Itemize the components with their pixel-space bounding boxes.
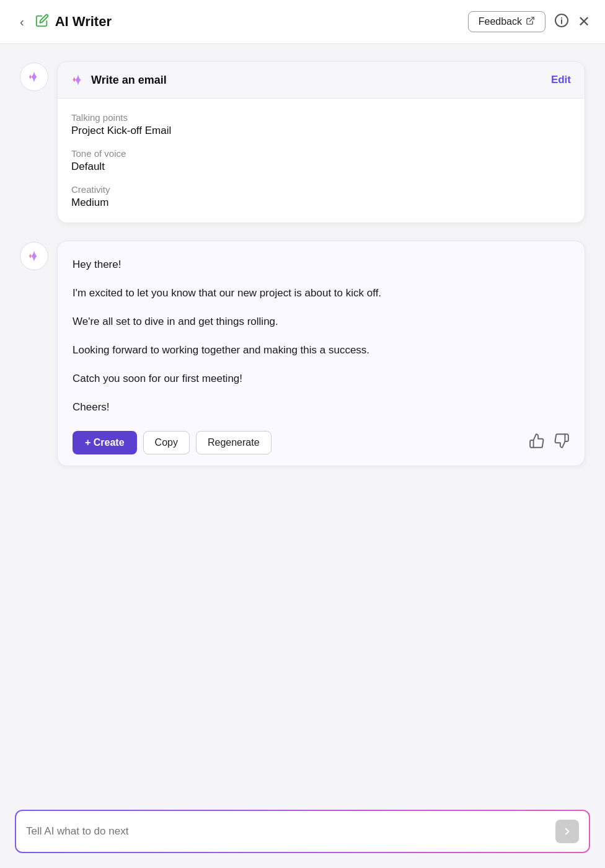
external-link-icon xyxy=(526,16,535,27)
input-area xyxy=(0,800,605,868)
header: ‹ AI Writer Feedback xyxy=(0,0,605,44)
response-actions-right xyxy=(529,433,570,453)
summary-card-body: Talking points Project Kick-off Email To… xyxy=(58,99,585,223)
summary-card-header: Write an email Edit xyxy=(58,62,585,99)
sparkle-avatar-icon xyxy=(27,69,42,84)
feedback-button[interactable]: Feedback xyxy=(468,11,545,32)
talking-points-label: Talking points xyxy=(71,112,571,123)
tone-field: Tone of voice Default xyxy=(71,148,571,173)
feedback-label: Feedback xyxy=(479,16,522,27)
info-button[interactable] xyxy=(554,13,569,30)
chat-input[interactable] xyxy=(26,825,549,838)
response-actions-left: + Create Copy Regenerate xyxy=(73,431,272,454)
sparkle-response-icon xyxy=(27,249,42,264)
response-body-4: Catch you soon for our first meeting! xyxy=(73,370,570,388)
talking-points-field: Talking points Project Kick-off Email xyxy=(71,112,571,137)
response-actions: + Create Copy Regenerate xyxy=(73,428,570,454)
copy-button[interactable]: Copy xyxy=(143,431,190,454)
response-card-row: Hey there! I'm excited to let you know t… xyxy=(20,241,585,466)
thumbs-down-button[interactable] xyxy=(554,433,570,453)
talking-points-value: Project Kick-off Email xyxy=(71,125,571,137)
summary-card: Write an email Edit Talking points Proje… xyxy=(57,61,585,223)
pencil-icon xyxy=(35,14,49,30)
response-body-1: I'm excited to let you know that our new… xyxy=(73,285,570,302)
header-right: Feedback ✕ xyxy=(468,11,590,32)
tone-value: Default xyxy=(71,161,571,173)
tone-label: Tone of voice xyxy=(71,148,571,159)
input-container xyxy=(15,810,590,853)
page-title: AI Writer xyxy=(55,14,112,30)
svg-line-0 xyxy=(529,17,534,22)
response-closing: Cheers! xyxy=(73,399,570,416)
response-greeting: Hey there! xyxy=(73,256,570,273)
response-card: Hey there! I'm excited to let you know t… xyxy=(57,241,585,466)
close-button[interactable]: ✕ xyxy=(578,14,590,29)
create-button[interactable]: + Create xyxy=(73,431,137,454)
edit-button[interactable]: Edit xyxy=(551,74,571,86)
creativity-label: Creativity xyxy=(71,184,571,195)
response-text: Hey there! I'm excited to let you know t… xyxy=(73,256,570,416)
summary-card-title: Write an email xyxy=(71,73,167,87)
send-button[interactable] xyxy=(555,820,579,843)
creativity-value: Medium xyxy=(71,197,571,209)
response-body-3: Looking forward to working together and … xyxy=(73,342,570,359)
regenerate-button[interactable]: Regenerate xyxy=(196,431,272,454)
response-body-2: We're all set to dive in and get things … xyxy=(73,313,570,330)
thumbs-up-button[interactable] xyxy=(529,433,545,453)
sparkle-title-icon xyxy=(71,73,85,87)
back-button[interactable]: ‹ xyxy=(15,13,29,30)
avatar-sparkle-summary xyxy=(20,63,48,91)
summary-card-row: Write an email Edit Talking points Proje… xyxy=(20,61,585,223)
creativity-field: Creativity Medium xyxy=(71,184,571,209)
header-left: ‹ AI Writer xyxy=(15,13,112,30)
main-content: Write an email Edit Talking points Proje… xyxy=(0,44,605,800)
avatar-sparkle-response xyxy=(20,242,48,270)
